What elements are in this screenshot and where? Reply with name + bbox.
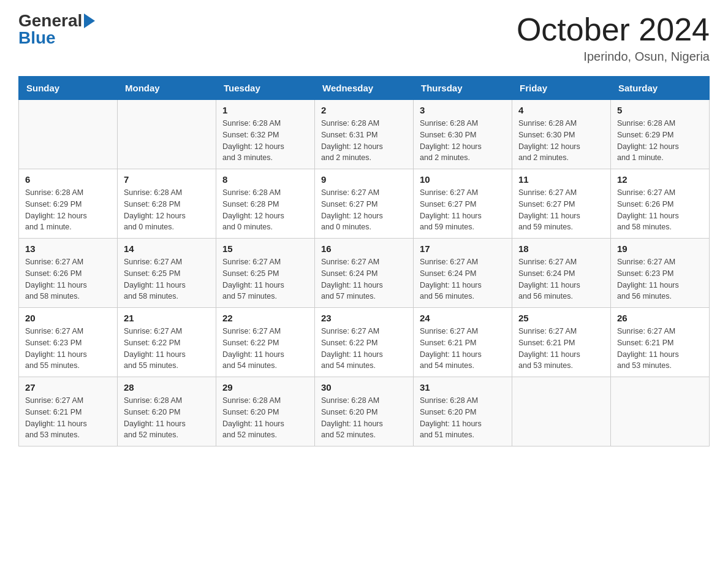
day-number: 30 <box>321 382 407 393</box>
calendar-cell: 30Sunrise: 6:28 AMSunset: 6:20 PMDayligh… <box>315 377 414 446</box>
calendar-cell: 5Sunrise: 6:28 AMSunset: 6:29 PMDaylight… <box>611 100 710 169</box>
day-info: Sunrise: 6:27 AMSunset: 6:27 PMDaylight:… <box>518 187 604 233</box>
week-row-4: 20Sunrise: 6:27 AMSunset: 6:23 PMDayligh… <box>19 308 710 377</box>
day-number: 1 <box>222 105 308 115</box>
day-number: 8 <box>222 174 308 185</box>
calendar-subtitle: Iperindo, Osun, Nigeria <box>517 50 710 64</box>
calendar-table: SundayMondayTuesdayWednesdayThursdayFrid… <box>18 76 710 446</box>
day-info: Sunrise: 6:27 AMSunset: 6:23 PMDaylight:… <box>617 256 703 302</box>
day-number: 22 <box>222 313 308 323</box>
calendar-cell: 19Sunrise: 6:27 AMSunset: 6:23 PMDayligh… <box>611 239 710 308</box>
calendar-cell: 16Sunrise: 6:27 AMSunset: 6:24 PMDayligh… <box>315 239 414 308</box>
logo-line2: Blue <box>18 29 95 47</box>
day-info: Sunrise: 6:27 AMSunset: 6:23 PMDaylight:… <box>25 326 111 372</box>
logo-arrow-icon <box>84 13 95 28</box>
calendar-cell: 27Sunrise: 6:27 AMSunset: 6:21 PMDayligh… <box>19 377 118 446</box>
calendar-cell: 29Sunrise: 6:28 AMSunset: 6:20 PMDayligh… <box>216 377 315 446</box>
calendar-cell: 3Sunrise: 6:28 AMSunset: 6:30 PMDaylight… <box>414 100 512 169</box>
day-info: Sunrise: 6:28 AMSunset: 6:20 PMDaylight:… <box>222 395 308 441</box>
calendar-cell: 4Sunrise: 6:28 AMSunset: 6:30 PMDaylight… <box>512 100 611 169</box>
day-number: 4 <box>518 105 604 115</box>
day-info: Sunrise: 6:28 AMSunset: 6:28 PMDaylight:… <box>222 187 308 233</box>
day-number: 27 <box>25 382 111 393</box>
day-info: Sunrise: 6:27 AMSunset: 6:21 PMDaylight:… <box>420 326 506 372</box>
day-number: 5 <box>617 105 703 115</box>
day-info: Sunrise: 6:27 AMSunset: 6:24 PMDaylight:… <box>420 256 506 302</box>
calendar-cell: 28Sunrise: 6:28 AMSunset: 6:20 PMDayligh… <box>118 377 216 446</box>
logo: General Blue <box>18 12 95 47</box>
day-info: Sunrise: 6:28 AMSunset: 6:32 PMDaylight:… <box>222 118 308 164</box>
day-info: Sunrise: 6:27 AMSunset: 6:24 PMDaylight:… <box>518 256 604 302</box>
calendar-cell: 8Sunrise: 6:28 AMSunset: 6:28 PMDaylight… <box>216 169 315 239</box>
day-number: 28 <box>124 382 210 393</box>
days-of-week-row: SundayMondayTuesdayWednesdayThursdayFrid… <box>19 77 710 100</box>
day-number: 18 <box>518 243 604 254</box>
day-info: Sunrise: 6:28 AMSunset: 6:30 PMDaylight:… <box>420 118 506 164</box>
day-number: 2 <box>321 105 407 115</box>
day-info: Sunrise: 6:27 AMSunset: 6:22 PMDaylight:… <box>222 326 308 372</box>
calendar-cell: 22Sunrise: 6:27 AMSunset: 6:22 PMDayligh… <box>216 308 315 377</box>
day-header-saturday: Saturday <box>611 77 710 100</box>
calendar-cell <box>512 377 611 446</box>
calendar-cell: 13Sunrise: 6:27 AMSunset: 6:26 PMDayligh… <box>19 239 118 308</box>
day-header-tuesday: Tuesday <box>216 77 315 100</box>
day-number: 15 <box>222 243 308 254</box>
week-row-2: 6Sunrise: 6:28 AMSunset: 6:29 PMDaylight… <box>19 169 710 239</box>
day-info: Sunrise: 6:28 AMSunset: 6:20 PMDaylight:… <box>321 395 407 441</box>
calendar-cell: 14Sunrise: 6:27 AMSunset: 6:25 PMDayligh… <box>118 239 216 308</box>
calendar-cell: 1Sunrise: 6:28 AMSunset: 6:32 PMDaylight… <box>216 100 315 169</box>
calendar-cell: 25Sunrise: 6:27 AMSunset: 6:21 PMDayligh… <box>512 308 611 377</box>
day-number: 11 <box>518 174 604 185</box>
calendar-header: SundayMondayTuesdayWednesdayThursdayFrid… <box>19 77 710 100</box>
day-info: Sunrise: 6:27 AMSunset: 6:21 PMDaylight:… <box>617 326 703 372</box>
day-info: Sunrise: 6:27 AMSunset: 6:24 PMDaylight:… <box>321 256 407 302</box>
calendar-cell: 7Sunrise: 6:28 AMSunset: 6:28 PMDaylight… <box>118 169 216 239</box>
day-info: Sunrise: 6:27 AMSunset: 6:26 PMDaylight:… <box>25 256 111 302</box>
day-number: 17 <box>420 243 506 254</box>
title-block: October 2024 Iperindo, Osun, Nigeria <box>517 12 710 64</box>
day-info: Sunrise: 6:27 AMSunset: 6:27 PMDaylight:… <box>420 187 506 233</box>
calendar-cell: 24Sunrise: 6:27 AMSunset: 6:21 PMDayligh… <box>414 308 512 377</box>
calendar-cell: 20Sunrise: 6:27 AMSunset: 6:23 PMDayligh… <box>19 308 118 377</box>
day-number: 31 <box>420 382 506 393</box>
calendar-cell: 15Sunrise: 6:27 AMSunset: 6:25 PMDayligh… <box>216 239 315 308</box>
calendar-cell <box>611 377 710 446</box>
day-header-monday: Monday <box>118 77 216 100</box>
day-info: Sunrise: 6:28 AMSunset: 6:29 PMDaylight:… <box>25 187 111 233</box>
calendar-cell: 10Sunrise: 6:27 AMSunset: 6:27 PMDayligh… <box>414 169 512 239</box>
calendar-cell: 12Sunrise: 6:27 AMSunset: 6:26 PMDayligh… <box>611 169 710 239</box>
day-header-friday: Friday <box>512 77 611 100</box>
day-number: 25 <box>518 313 604 323</box>
day-info: Sunrise: 6:27 AMSunset: 6:26 PMDaylight:… <box>617 187 703 233</box>
day-number: 3 <box>420 105 506 115</box>
day-header-thursday: Thursday <box>414 77 512 100</box>
page-header: General Blue October 2024 Iperindo, Osun… <box>18 12 710 64</box>
day-number: 20 <box>25 313 111 323</box>
calendar-cell: 21Sunrise: 6:27 AMSunset: 6:22 PMDayligh… <box>118 308 216 377</box>
day-number: 9 <box>321 174 407 185</box>
calendar-cell: 2Sunrise: 6:28 AMSunset: 6:31 PMDaylight… <box>315 100 414 169</box>
calendar-cell: 11Sunrise: 6:27 AMSunset: 6:27 PMDayligh… <box>512 169 611 239</box>
day-number: 7 <box>124 174 210 185</box>
day-number: 6 <box>25 174 111 185</box>
calendar-cell: 17Sunrise: 6:27 AMSunset: 6:24 PMDayligh… <box>414 239 512 308</box>
day-number: 26 <box>617 313 703 323</box>
calendar-body: 1Sunrise: 6:28 AMSunset: 6:32 PMDaylight… <box>19 100 710 446</box>
day-number: 10 <box>420 174 506 185</box>
calendar-cell <box>19 100 118 169</box>
day-number: 14 <box>124 243 210 254</box>
day-info: Sunrise: 6:27 AMSunset: 6:25 PMDaylight:… <box>222 256 308 302</box>
day-info: Sunrise: 6:28 AMSunset: 6:20 PMDaylight:… <box>124 395 210 441</box>
logo-line1: General <box>18 12 95 29</box>
calendar-cell <box>118 100 216 169</box>
day-info: Sunrise: 6:27 AMSunset: 6:27 PMDaylight:… <box>321 187 407 233</box>
calendar-cell: 23Sunrise: 6:27 AMSunset: 6:22 PMDayligh… <box>315 308 414 377</box>
day-info: Sunrise: 6:27 AMSunset: 6:21 PMDaylight:… <box>518 326 604 372</box>
day-number: 16 <box>321 243 407 254</box>
day-number: 29 <box>222 382 308 393</box>
week-row-1: 1Sunrise: 6:28 AMSunset: 6:32 PMDaylight… <box>19 100 710 169</box>
day-number: 21 <box>124 313 210 323</box>
calendar-cell: 6Sunrise: 6:28 AMSunset: 6:29 PMDaylight… <box>19 169 118 239</box>
day-number: 19 <box>617 243 703 254</box>
day-info: Sunrise: 6:28 AMSunset: 6:30 PMDaylight:… <box>518 118 604 164</box>
